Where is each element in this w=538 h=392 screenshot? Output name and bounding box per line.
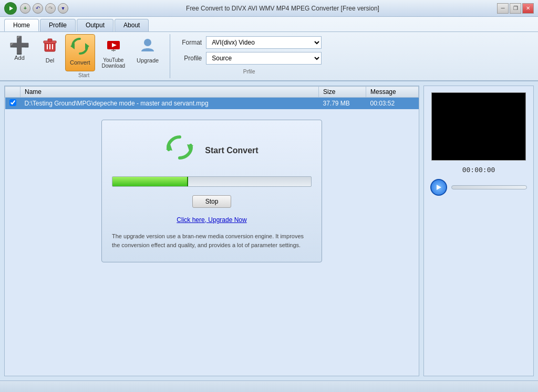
tab-bar: Home Profile Output About (0, 17, 538, 31)
del-label: Del (46, 57, 55, 63)
upgrade-icon (139, 37, 156, 56)
profile-row: Profile Source High Quality Medium Quali… (177, 52, 322, 65)
file-message: 00:03:52 (366, 98, 419, 110)
upgrade-text: The upgrade version use a bran-new media… (112, 232, 312, 249)
youtube-icon (105, 37, 122, 56)
window-controls: ─ ❐ ✕ (497, 3, 534, 14)
profile-label: Profile (177, 55, 202, 62)
file-table: Name Size Message D:\Testing Ground\MPG\… (5, 86, 419, 109)
svg-marker-17 (437, 185, 441, 190)
seek-bar[interactable] (451, 185, 527, 189)
player-controls (430, 179, 527, 196)
file-size: 37.79 MB (319, 98, 366, 110)
convert-label: Convert (70, 59, 90, 66)
progress-bar-container (112, 176, 312, 187)
youtube-label: YouTubeDownload (102, 57, 125, 69)
col-message: Message (366, 87, 419, 98)
format-group: Format AVI(divx) Video MP4 Video WMV Vid… (177, 34, 322, 78)
add-icon: ➕ (9, 37, 30, 54)
svg-point-14 (144, 39, 151, 46)
profile-select[interactable]: Source High Quality Medium Quality (206, 52, 322, 65)
convert-status-text: Start Convert (205, 146, 258, 155)
col-name: Name (20, 87, 319, 98)
quick-info-btn[interactable]: ▼ (58, 3, 68, 14)
upgrade-link[interactable]: Click here, Upgrade Now (177, 216, 246, 224)
ribbon-content: ➕ Add Del (0, 31, 538, 80)
title-bar-left: + ↶ ↷ ▼ (4, 2, 68, 15)
svg-rect-4 (48, 39, 52, 41)
tab-profile[interactable]: Profile (40, 19, 76, 31)
app-icon (4, 2, 17, 15)
start-group-buttons: ➕ Add Del (4, 34, 163, 71)
format-label: Format (177, 39, 202, 46)
quick-fwd-btn[interactable]: ↷ (45, 3, 56, 14)
row-checkbox[interactable] (5, 98, 20, 110)
timecode: 00:00:00 (462, 166, 495, 174)
video-preview (431, 92, 526, 161)
title-bar: + ↶ ↷ ▼ Free Convert to DIVX AVI WMV MP4… (0, 0, 538, 17)
youtube-download-button[interactable]: YouTubeDownload (97, 34, 130, 71)
upgrade-label: Upgrade (137, 57, 159, 63)
quick-add-btn[interactable]: + (20, 3, 30, 14)
table-row[interactable]: D:\Testing Ground\MPG\depeche mode - mas… (5, 98, 419, 110)
minimize-button[interactable]: ─ (497, 3, 509, 14)
col-check (5, 87, 20, 98)
format-select[interactable]: AVI(divx) Video MP4 Video WMV Video MPEG… (206, 36, 322, 49)
convert-spinner-icon (165, 133, 194, 168)
convert-dialog: Start Convert Stop Click here, Upgrade N… (101, 120, 322, 262)
col-size: Size (319, 87, 366, 98)
status-bar (0, 380, 538, 392)
right-panel: 00:00:00 (423, 86, 534, 376)
ribbon: Home Profile Output About ➕ Add (0, 17, 538, 81)
tab-about[interactable]: About (115, 19, 149, 31)
del-icon (42, 37, 58, 56)
close-button[interactable]: ✕ (522, 3, 534, 14)
convert-icon (70, 37, 89, 58)
convert-dialog-top: Start Convert (165, 133, 258, 168)
window-title: Free Convert to DIVX AVI WMV MP4 MPEG Co… (68, 5, 497, 12)
tab-output[interactable]: Output (77, 19, 113, 31)
file-name: D:\Testing Ground\MPG\depeche mode - mas… (20, 98, 319, 110)
start-group-label: Start (78, 72, 89, 78)
file-checkbox[interactable] (9, 99, 16, 106)
add-button[interactable]: ➕ Add (4, 34, 35, 71)
add-label: Add (14, 55, 25, 61)
convert-button[interactable]: Convert (65, 34, 95, 71)
stop-button[interactable]: Stop (192, 195, 232, 208)
progress-bar-fill (112, 177, 188, 186)
upgrade-button[interactable]: Upgrade (132, 34, 163, 71)
quick-actions: + ↶ ↷ ▼ (20, 3, 68, 14)
format-row: Format AVI(divx) Video MP4 Video WMV Vid… (177, 36, 322, 49)
tab-home[interactable]: Home (4, 19, 39, 31)
format-group-label: Prfile (177, 69, 322, 75)
left-panel: Name Size Message D:\Testing Ground\MPG\… (4, 86, 419, 376)
restore-button[interactable]: ❐ (510, 3, 521, 14)
start-group: ➕ Add Del (4, 34, 170, 78)
play-button[interactable] (430, 179, 447, 196)
del-button[interactable]: Del (37, 34, 63, 71)
quick-back-btn[interactable]: ↶ (33, 3, 43, 14)
main-area: Name Size Message D:\Testing Ground\MPG\… (0, 81, 538, 380)
